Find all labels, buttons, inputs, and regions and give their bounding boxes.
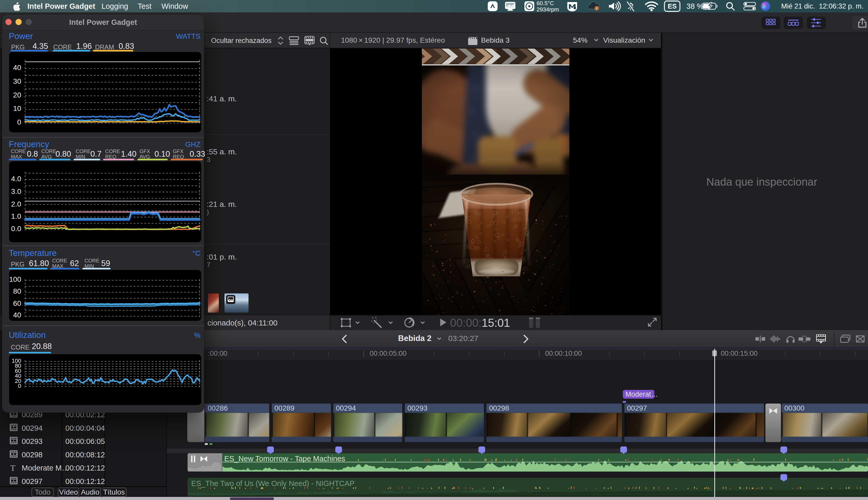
svg-text:!: ! [596, 6, 598, 11]
svg-text:ES: ES [668, 2, 677, 10]
